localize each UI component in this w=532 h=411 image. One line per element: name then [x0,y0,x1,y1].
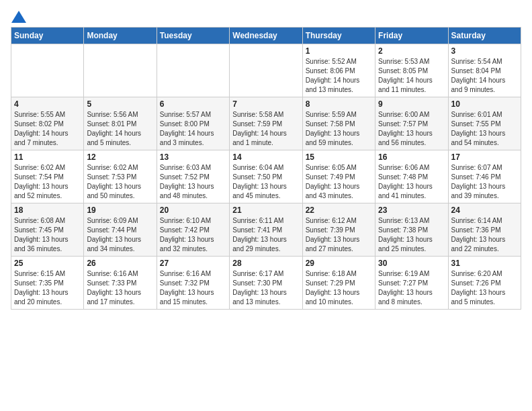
day-info: Sunrise: 6:16 AM Sunset: 7:33 PM Dayligh… [87,269,153,307]
calendar-cell: 15Sunrise: 6:05 AM Sunset: 7:49 PM Dayli… [302,150,375,203]
calendar-cell: 19Sunrise: 6:09 AM Sunset: 7:44 PM Dayli… [84,203,157,257]
calendar-cell: 25Sunrise: 6:15 AM Sunset: 7:35 PM Dayli… [11,257,84,310]
calendar-cell: 10Sunrise: 6:01 AM Sunset: 7:55 PM Dayli… [448,97,521,150]
calendar-cell: 16Sunrise: 6:06 AM Sunset: 7:48 PM Dayli… [375,150,448,203]
day-number: 18 [14,205,81,215]
calendar-cell [11,44,84,97]
day-number: 10 [451,99,518,109]
day-info: Sunrise: 6:02 AM Sunset: 7:53 PM Dayligh… [87,163,153,201]
day-number: 28 [232,259,299,268]
calendar-cell: 6Sunrise: 5:57 AM Sunset: 8:00 PM Daylig… [157,97,229,150]
day-number: 31 [451,259,518,268]
day-info: Sunrise: 6:07 AM Sunset: 7:46 PM Dayligh… [451,163,518,201]
weekday-header-saturday: Saturday [448,28,521,44]
week-row-4: 18Sunrise: 6:08 AM Sunset: 7:45 PM Dayli… [11,203,521,257]
day-info: Sunrise: 6:03 AM Sunset: 7:52 PM Dayligh… [160,163,226,201]
day-number: 17 [451,152,518,162]
calendar-cell: 4Sunrise: 5:55 AM Sunset: 8:02 PM Daylig… [11,97,84,150]
calendar-cell: 29Sunrise: 6:18 AM Sunset: 7:29 PM Dayli… [302,257,375,310]
day-number: 3 [451,46,518,56]
weekday-header-wednesday: Wednesday [230,28,302,44]
day-number: 8 [306,99,372,109]
calendar-cell [84,44,157,97]
day-info: Sunrise: 5:53 AM Sunset: 8:05 PM Dayligh… [378,57,445,95]
calendar-cell: 11Sunrise: 6:02 AM Sunset: 7:54 PM Dayli… [11,150,84,203]
day-number: 19 [87,205,153,215]
day-info: Sunrise: 6:09 AM Sunset: 7:44 PM Dayligh… [87,216,153,254]
calendar-cell: 9Sunrise: 6:00 AM Sunset: 7:57 PM Daylig… [375,97,448,150]
calendar-cell: 18Sunrise: 6:08 AM Sunset: 7:45 PM Dayli… [11,203,84,257]
day-info: Sunrise: 5:58 AM Sunset: 7:59 PM Dayligh… [232,110,299,148]
weekday-header-tuesday: Tuesday [157,28,229,44]
day-info: Sunrise: 6:01 AM Sunset: 7:55 PM Dayligh… [451,110,518,148]
week-row-2: 4Sunrise: 5:55 AM Sunset: 8:02 PM Daylig… [11,97,521,150]
calendar-cell: 23Sunrise: 6:13 AM Sunset: 7:38 PM Dayli… [375,203,448,257]
day-number: 20 [160,205,226,215]
calendar-cell: 3Sunrise: 5:54 AM Sunset: 8:04 PM Daylig… [448,44,521,97]
day-info: Sunrise: 5:54 AM Sunset: 8:04 PM Dayligh… [451,57,518,95]
day-number: 16 [378,152,445,162]
calendar-header: SundayMondayTuesdayWednesdayThursdayFrid… [11,28,521,44]
day-info: Sunrise: 6:02 AM Sunset: 7:54 PM Dayligh… [14,163,81,201]
day-number: 12 [87,152,153,162]
day-info: Sunrise: 5:57 AM Sunset: 8:00 PM Dayligh… [160,110,226,148]
calendar-cell: 26Sunrise: 6:16 AM Sunset: 7:33 PM Dayli… [84,257,157,310]
day-number: 21 [232,205,299,215]
calendar-body: 1Sunrise: 5:52 AM Sunset: 8:06 PM Daylig… [11,44,521,310]
day-number: 2 [378,46,445,56]
day-number: 6 [160,99,226,109]
day-info: Sunrise: 5:52 AM Sunset: 8:06 PM Dayligh… [306,57,372,95]
calendar-cell: 13Sunrise: 6:03 AM Sunset: 7:52 PM Dayli… [157,150,229,203]
calendar-cell: 14Sunrise: 6:04 AM Sunset: 7:50 PM Dayli… [230,150,302,203]
calendar-cell: 28Sunrise: 6:17 AM Sunset: 7:30 PM Dayli… [230,257,302,310]
day-number: 22 [306,205,372,215]
svg-marker-0 [11,11,26,23]
day-number: 26 [87,259,153,268]
calendar-cell: 8Sunrise: 5:59 AM Sunset: 7:58 PM Daylig… [302,97,375,150]
day-info: Sunrise: 6:00 AM Sunset: 7:57 PM Dayligh… [378,110,445,148]
day-info: Sunrise: 6:10 AM Sunset: 7:42 PM Dayligh… [160,216,226,254]
day-info: Sunrise: 6:17 AM Sunset: 7:30 PM Dayligh… [232,269,299,307]
calendar-cell: 22Sunrise: 6:12 AM Sunset: 7:39 PM Dayli… [302,203,375,257]
day-number: 11 [14,152,81,162]
logo [11,11,27,20]
calendar-table: SundayMondayTuesdayWednesdayThursdayFrid… [11,27,521,310]
day-number: 27 [160,259,226,268]
day-info: Sunrise: 6:19 AM Sunset: 7:27 PM Dayligh… [378,269,445,307]
day-info: Sunrise: 6:16 AM Sunset: 7:32 PM Dayligh… [160,269,226,307]
calendar-cell: 2Sunrise: 5:53 AM Sunset: 8:05 PM Daylig… [375,44,448,97]
calendar-cell: 5Sunrise: 5:56 AM Sunset: 8:01 PM Daylig… [84,97,157,150]
week-row-3: 11Sunrise: 6:02 AM Sunset: 7:54 PM Dayli… [11,150,521,203]
day-number: 13 [160,152,226,162]
calendar-cell [230,44,302,97]
day-number: 15 [306,152,372,162]
day-info: Sunrise: 6:06 AM Sunset: 7:48 PM Dayligh… [378,163,445,201]
day-number: 9 [378,99,445,109]
day-info: Sunrise: 6:11 AM Sunset: 7:41 PM Dayligh… [232,216,299,254]
day-number: 7 [232,99,299,109]
calendar-cell: 1Sunrise: 5:52 AM Sunset: 8:06 PM Daylig… [302,44,375,97]
calendar-cell: 30Sunrise: 6:19 AM Sunset: 7:27 PM Dayli… [375,257,448,310]
day-info: Sunrise: 6:05 AM Sunset: 7:49 PM Dayligh… [306,163,372,201]
calendar-cell: 31Sunrise: 6:20 AM Sunset: 7:26 PM Dayli… [448,257,521,310]
day-number: 29 [306,259,372,268]
week-row-1: 1Sunrise: 5:52 AM Sunset: 8:06 PM Daylig… [11,44,521,97]
calendar-cell: 7Sunrise: 5:58 AM Sunset: 7:59 PM Daylig… [230,97,302,150]
day-info: Sunrise: 6:13 AM Sunset: 7:38 PM Dayligh… [378,216,445,254]
calendar-cell: 12Sunrise: 6:02 AM Sunset: 7:53 PM Dayli… [84,150,157,203]
day-info: Sunrise: 5:59 AM Sunset: 7:58 PM Dayligh… [306,110,372,148]
week-row-5: 25Sunrise: 6:15 AM Sunset: 7:35 PM Dayli… [11,257,521,310]
day-number: 14 [232,152,299,162]
calendar-cell: 24Sunrise: 6:14 AM Sunset: 7:36 PM Dayli… [448,203,521,257]
logo-bird-icon [11,11,26,23]
day-info: Sunrise: 6:12 AM Sunset: 7:39 PM Dayligh… [306,216,372,254]
day-info: Sunrise: 6:20 AM Sunset: 7:26 PM Dayligh… [451,269,518,307]
day-number: 30 [378,259,445,268]
day-info: Sunrise: 6:18 AM Sunset: 7:29 PM Dayligh… [306,269,372,307]
day-number: 23 [378,205,445,215]
weekday-header-row: SundayMondayTuesdayWednesdayThursdayFrid… [11,28,521,44]
calendar-cell [157,44,229,97]
calendar-cell: 27Sunrise: 6:16 AM Sunset: 7:32 PM Dayli… [157,257,229,310]
weekday-header-thursday: Thursday [302,28,375,44]
weekday-header-monday: Monday [84,28,157,44]
